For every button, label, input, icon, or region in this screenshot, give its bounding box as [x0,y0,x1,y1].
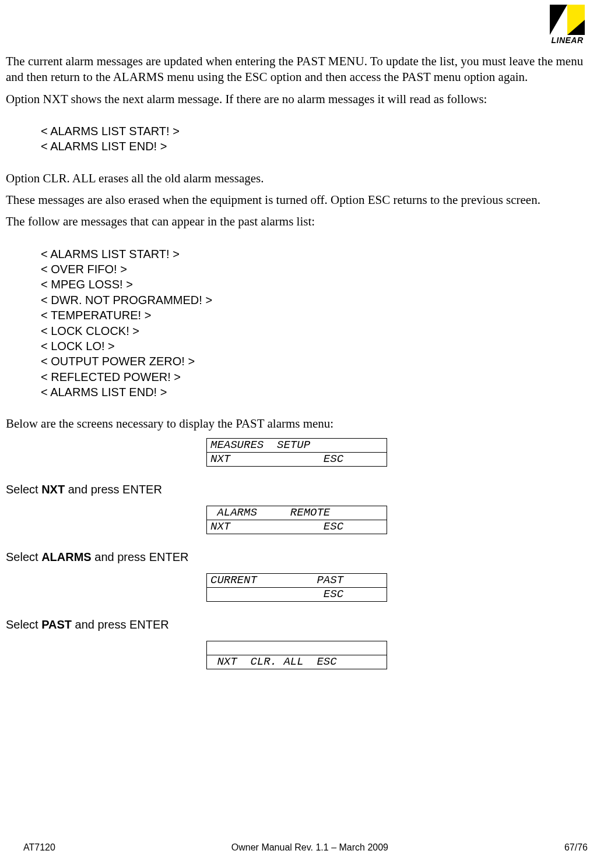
lcd-row: ESC [207,587,387,601]
footer-left: AT7120 [23,842,55,853]
lcd-row [207,641,387,655]
paragraph: Option NXT shows the next alarm message.… [6,91,588,107]
paragraph: The current alarm messages are updated w… [6,54,588,86]
alarm-line: < MPEG LOSS! > [41,277,588,292]
lcd-screen-2: ALARMS REMOTE NXT ESC [206,506,387,534]
alarm-line: < LOCK CLOCK! > [41,323,588,338]
logo-text: LINEAR [547,36,588,45]
lcd-row: MEASURES SETUP [207,438,387,452]
lcd-screen-4: NXT CLR. ALL ESC [206,641,387,669]
alarm-line: < ALARMS LIST START! > [41,246,588,262]
paragraph: The follow are messages that can appear … [6,214,588,230]
instruction: Select ALARMS and press ENTER [6,551,588,564]
lcd-screen-3: CURRENT PAST ESC [206,573,387,602]
alarm-line: < OUTPUT POWER ZERO! > [41,354,588,369]
lcd-row: NXT CLR. ALL ESC [207,655,387,669]
alarm-line: < OVER FIFO! > [41,262,588,277]
instruction: Select PAST and press ENTER [6,618,588,631]
alarm-line: < ALARMS LIST START! > [41,124,588,139]
paragraph: These messages are also erased when the … [6,192,588,208]
lcd-row: CURRENT PAST [207,573,387,587]
paragraph: Option CLR. ALL erases all the old alarm… [6,171,588,186]
footer-right: 67/76 [564,842,588,853]
footer-center: Owner Manual Rev. 1.1 – March 2009 [231,842,388,853]
alarm-line: < REFLECTED POWER! > [41,369,588,384]
brand-logo: LINEAR [547,5,588,45]
alarm-line: < TEMPERATURE! > [41,308,588,323]
alarm-line: < DWR. NOT PROGRAMMED! > [41,292,588,308]
logo-mark [550,5,585,35]
alarm-line: < ALARMS LIST END! > [41,139,588,154]
lcd-screen-1: MEASURES SETUP NXT ESC [206,438,387,467]
paragraph: Below are the screens necessary to displ… [6,416,588,432]
alarm-line: < ALARMS LIST END! > [41,384,588,400]
lcd-row: NXT ESC [207,452,387,466]
alarm-line: < LOCK LO! > [41,338,588,354]
message-block-full: < ALARMS LIST START! > < OVER FIFO! > < … [41,246,588,400]
instruction: Select NXT and press ENTER [6,483,588,496]
lcd-row: ALARMS REMOTE [207,506,387,520]
lcd-row: NXT ESC [207,520,387,534]
message-block-empty: < ALARMS LIST START! > < ALARMS LIST END… [41,124,588,154]
page-footer: AT7120 Owner Manual Rev. 1.1 – March 200… [23,842,588,853]
